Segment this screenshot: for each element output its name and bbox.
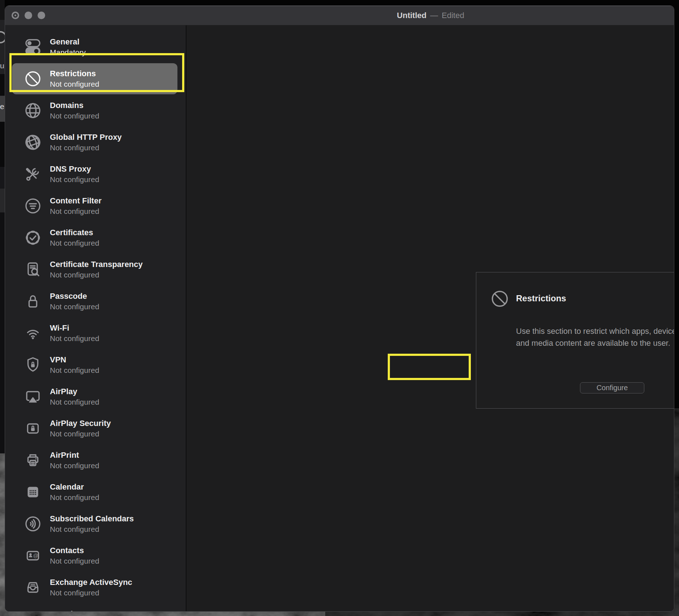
contact-card-icon: @	[23, 546, 43, 565]
payload-sidebar: GeneralMandatoryRestrictionsNot configur…	[5, 25, 186, 612]
sidebar-item-content-filter[interactable]: Content FilterNot configured	[5, 190, 186, 222]
sidebar-item-exchange-activesync[interactable]: Exchange ActiveSyncNot configured	[5, 572, 186, 603]
sidebar-item-status: Not configured	[50, 493, 161, 502]
sidebar-item-label: DNS Proxy	[50, 164, 161, 174]
background-band	[0, 167, 5, 189]
sidebar-item-status: Not configured	[50, 207, 161, 216]
sidebar-item-text: AirPlay SecurityNot configured	[50, 419, 161, 438]
sidebar-item-label: Subscribed Calendars	[50, 514, 161, 524]
screen: up e Untitled — Edited GeneralMandatoryR…	[0, 0, 679, 616]
profile-editor-window: Untitled — Edited GeneralMandatoryRestri…	[5, 5, 674, 612]
sidebar-item-text: Certificate TransparencyNot configured	[50, 260, 161, 279]
envelope-circle-icon	[23, 609, 43, 612]
background-band	[0, 189, 5, 212]
sidebar-item-status: Not configured	[50, 111, 161, 120]
sidebar-item-airprint[interactable]: AirPrintNot configured	[5, 444, 186, 476]
printer-icon	[23, 451, 43, 470]
titlebar: Untitled — Edited	[5, 6, 674, 25]
edited-dot-icon	[14, 14, 16, 16]
sidebar-item-status: Not configured	[50, 429, 161, 438]
filter-circle-icon	[23, 196, 43, 216]
sidebar-item-google-account[interactable]: Google AccountNot configured	[5, 603, 186, 612]
panel-description: Use this section to restrict which apps,…	[516, 325, 674, 349]
calendar-icon	[23, 482, 43, 502]
sidebar-item-label: AirPlay Security	[50, 419, 161, 428]
sidebar-item-vpn[interactable]: VPNNot configured	[5, 349, 186, 381]
sidebar-item-text: DomainsNot configured	[50, 101, 161, 120]
sidebar-item-certificates[interactable]: CertificatesNot configured	[5, 222, 186, 254]
sidebar-item-label: Calendar	[50, 482, 161, 492]
sidebar-item-status: Not configured	[50, 79, 161, 89]
payload-list: GeneralMandatoryRestrictionsNot configur…	[5, 31, 186, 612]
sidebar-item-label: Passcode	[50, 292, 161, 301]
title-separator: —	[430, 11, 438, 20]
sidebar-item-text: GeneralMandatory	[50, 37, 161, 57]
sidebar-item-status: Mandatory	[50, 48, 161, 57]
sidebar-item-text: RestrictionsNot configured	[50, 69, 161, 89]
sidebar-item-label: Global HTTP Proxy	[50, 133, 161, 142]
sidebar-item-passcode[interactable]: PasscodeNot configured	[5, 285, 186, 317]
background-band	[0, 74, 5, 96]
broadcast-circle-icon	[23, 514, 43, 534]
restrictions-panel: Restrictions Use this section to restric…	[476, 272, 674, 409]
sidebar-item-label: AirPlay	[50, 387, 161, 396]
close-button[interactable]	[12, 12, 19, 19]
sidebar-item-label: Domains	[50, 101, 161, 110]
sidebar-item-domains[interactable]: DomainsNot configured	[5, 95, 186, 126]
sidebar-item-certificate-transparency[interactable]: Certificate TransparencyNot configured	[5, 254, 186, 285]
sidebar-item-label: AirPrint	[50, 451, 161, 460]
sidebar-item-label: Certificate Transparency	[50, 260, 161, 269]
sidebar-item-label: Google Account	[50, 609, 161, 612]
document-edited-status: Edited	[442, 11, 464, 20]
shield-lock-icon	[23, 355, 43, 375]
sidebar-item-label: Content Filter	[50, 196, 161, 206]
sidebar-item-label: Restrictions	[50, 69, 161, 78]
sidebar-item-label: General	[50, 37, 161, 47]
sidebar-item-label: Certificates	[50, 228, 161, 237]
sidebar-item-status: Not configured	[50, 302, 161, 311]
sidebar-item-wi-fi[interactable]: Wi-FiNot configured	[5, 317, 186, 349]
minimize-button[interactable]	[25, 12, 32, 19]
sidebar-item-label: Contacts	[50, 546, 161, 555]
seal-check-icon	[23, 228, 43, 247]
sidebar-item-text: Subscribed CalendarsNot configured	[50, 514, 161, 534]
sidebar-item-subscribed-calendars[interactable]: Subscribed CalendarsNot configured	[5, 508, 186, 540]
sidebar-item-contacts[interactable]: @ContactsNot configured	[5, 540, 186, 572]
sidebar-item-status: Not configured	[50, 556, 161, 565]
sidebar-item-calendar[interactable]: CalendarNot configured	[5, 476, 186, 508]
sidebar-item-global-http-proxy[interactable]: Global HTTP ProxyNot configured	[5, 126, 186, 158]
sidebar-item-restrictions[interactable]: RestrictionsNot configured	[5, 63, 186, 95]
background-circle-fragment	[0, 31, 5, 43]
sidebar-item-airplay[interactable]: AirPlayNot configured	[5, 381, 186, 413]
background-band	[0, 212, 5, 453]
sidebar-item-status: Not configured	[50, 143, 161, 152]
screen-lock-icon	[23, 419, 43, 438]
sidebar-item-status: Not configured	[50, 175, 161, 184]
background-text-fragment: e	[0, 102, 4, 111]
sidebar-item-general[interactable]: GeneralMandatory	[5, 31, 186, 63]
sidebar-item-status: Not configured	[50, 334, 161, 343]
background-text-fragment: up	[0, 61, 5, 70]
sidebar-item-status: Not configured	[50, 461, 161, 470]
sidebar-item-label: Exchange ActiveSync	[50, 578, 161, 587]
document-magnifier-icon	[23, 260, 43, 279]
sidebar-item-text: Content FilterNot configured	[50, 196, 161, 216]
lock-icon	[23, 292, 43, 311]
sidebar-item-text: VPNNot configured	[50, 355, 161, 375]
tools-icon	[23, 164, 43, 184]
window-title: Untitled — Edited	[186, 6, 674, 25]
sidebar-item-dns-proxy[interactable]: DNS ProxyNot configured	[5, 158, 186, 190]
sidebar-item-text: PasscodeNot configured	[50, 292, 161, 311]
zoom-button[interactable]	[38, 12, 45, 19]
sidebar-item-airplay-security[interactable]: AirPlay SecurityNot configured	[5, 413, 186, 444]
sidebar-item-status: Not configured	[50, 270, 161, 279]
sidebar-item-text: CertificatesNot configured	[50, 228, 161, 247]
svg-text:@: @	[33, 553, 38, 559]
sidebar-item-text: CalendarNot configured	[50, 482, 161, 502]
traffic-lights	[12, 12, 45, 19]
sidebar-item-text: AirPlayNot configured	[50, 387, 161, 406]
background-band	[0, 122, 5, 167]
sidebar-item-status: Not configured	[50, 525, 161, 534]
airplay-icon	[23, 387, 43, 406]
configure-button[interactable]: Configure	[580, 382, 644, 393]
